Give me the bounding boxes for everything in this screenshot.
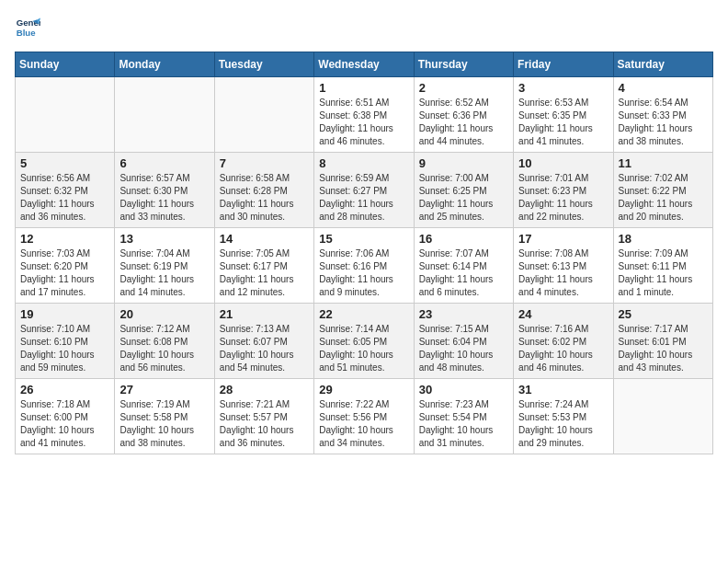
calendar-cell xyxy=(115,77,214,153)
day-number: 31 xyxy=(518,383,608,396)
calendar-cell: 29Sunrise: 7:22 AM Sunset: 5:56 PM Dayli… xyxy=(314,379,414,454)
svg-text:Blue: Blue xyxy=(17,28,36,38)
day-number: 12 xyxy=(20,232,109,246)
calendar-week-row: 5Sunrise: 6:56 AM Sunset: 6:32 PM Daylig… xyxy=(16,153,713,228)
calendar-cell: 19Sunrise: 7:10 AM Sunset: 6:10 PM Dayli… xyxy=(16,304,115,379)
day-info: Sunrise: 7:16 AM Sunset: 6:02 PM Dayligh… xyxy=(518,323,608,374)
day-number: 1 xyxy=(319,81,408,95)
day-number: 14 xyxy=(220,232,309,246)
day-info: Sunrise: 7:14 AM Sunset: 6:05 PM Dayligh… xyxy=(319,323,408,374)
day-info: Sunrise: 7:12 AM Sunset: 6:08 PM Dayligh… xyxy=(119,323,209,374)
day-number: 16 xyxy=(419,232,508,246)
day-info: Sunrise: 6:52 AM Sunset: 6:36 PM Dayligh… xyxy=(419,97,508,148)
day-number: 15 xyxy=(319,232,408,246)
calendar-cell: 17Sunrise: 7:08 AM Sunset: 6:13 PM Dayli… xyxy=(514,228,613,304)
calendar-cell: 11Sunrise: 7:02 AM Sunset: 6:22 PM Dayli… xyxy=(613,153,712,228)
day-info: Sunrise: 7:01 AM Sunset: 6:23 PM Dayligh… xyxy=(518,172,608,224)
calendar-cell xyxy=(16,77,115,153)
page-header: General Blue xyxy=(15,15,713,40)
calendar-cell: 24Sunrise: 7:16 AM Sunset: 6:02 PM Dayli… xyxy=(514,304,613,379)
calendar-cell: 31Sunrise: 7:24 AM Sunset: 5:53 PM Dayli… xyxy=(514,379,613,454)
day-number: 19 xyxy=(20,307,109,321)
day-number: 17 xyxy=(518,232,608,246)
weekday-header: Tuesday xyxy=(214,52,313,77)
day-number: 13 xyxy=(119,232,209,246)
logo: General Blue xyxy=(15,15,40,40)
calendar-week-row: 26Sunrise: 7:18 AM Sunset: 6:00 PM Dayli… xyxy=(16,379,713,454)
day-number: 29 xyxy=(319,383,408,396)
day-info: Sunrise: 7:23 AM Sunset: 5:54 PM Dayligh… xyxy=(419,398,508,450)
day-info: Sunrise: 6:54 AM Sunset: 6:33 PM Dayligh… xyxy=(619,97,708,148)
day-info: Sunrise: 6:57 AM Sunset: 6:30 PM Dayligh… xyxy=(119,172,209,224)
day-info: Sunrise: 6:56 AM Sunset: 6:32 PM Dayligh… xyxy=(20,172,109,224)
calendar-week-row: 12Sunrise: 7:03 AM Sunset: 6:20 PM Dayli… xyxy=(16,228,713,304)
day-number: 6 xyxy=(119,156,209,170)
calendar-cell: 16Sunrise: 7:07 AM Sunset: 6:14 PM Dayli… xyxy=(414,228,513,304)
calendar-cell: 3Sunrise: 6:53 AM Sunset: 6:35 PM Daylig… xyxy=(514,77,613,153)
weekday-header: Sunday xyxy=(16,52,115,77)
calendar-cell xyxy=(214,77,313,153)
day-number: 23 xyxy=(419,307,508,321)
day-number: 25 xyxy=(619,307,708,321)
calendar-cell: 2Sunrise: 6:52 AM Sunset: 6:36 PM Daylig… xyxy=(414,77,513,153)
day-info: Sunrise: 7:00 AM Sunset: 6:25 PM Dayligh… xyxy=(419,172,508,224)
calendar-cell: 5Sunrise: 6:56 AM Sunset: 6:32 PM Daylig… xyxy=(16,153,115,228)
day-number: 30 xyxy=(419,383,508,396)
day-info: Sunrise: 7:07 AM Sunset: 6:14 PM Dayligh… xyxy=(419,247,508,299)
calendar-cell: 6Sunrise: 6:57 AM Sunset: 6:30 PM Daylig… xyxy=(115,153,214,228)
day-info: Sunrise: 7:04 AM Sunset: 6:19 PM Dayligh… xyxy=(119,247,209,299)
day-info: Sunrise: 7:03 AM Sunset: 6:20 PM Dayligh… xyxy=(20,247,109,299)
calendar-cell: 15Sunrise: 7:06 AM Sunset: 6:16 PM Dayli… xyxy=(314,228,414,304)
calendar-cell: 13Sunrise: 7:04 AM Sunset: 6:19 PM Dayli… xyxy=(115,228,214,304)
day-number: 22 xyxy=(319,307,408,321)
day-info: Sunrise: 7:08 AM Sunset: 6:13 PM Dayligh… xyxy=(518,247,608,299)
day-number: 9 xyxy=(419,156,508,170)
calendar-cell: 18Sunrise: 7:09 AM Sunset: 6:11 PM Dayli… xyxy=(613,228,712,304)
calendar-table: SundayMondayTuesdayWednesdayThursdayFrid… xyxy=(15,52,713,454)
calendar-cell: 12Sunrise: 7:03 AM Sunset: 6:20 PM Dayli… xyxy=(16,228,115,304)
day-info: Sunrise: 7:19 AM Sunset: 5:58 PM Dayligh… xyxy=(119,398,209,450)
weekday-header: Saturday xyxy=(613,52,712,77)
weekday-header: Wednesday xyxy=(314,52,414,77)
day-number: 4 xyxy=(619,81,708,95)
calendar-cell xyxy=(613,379,712,454)
day-number: 3 xyxy=(518,81,608,95)
calendar-week-row: 1Sunrise: 6:51 AM Sunset: 6:38 PM Daylig… xyxy=(16,77,713,153)
calendar-cell: 25Sunrise: 7:17 AM Sunset: 6:01 PM Dayli… xyxy=(613,304,712,379)
calendar-cell: 22Sunrise: 7:14 AM Sunset: 6:05 PM Dayli… xyxy=(314,304,414,379)
weekday-header: Monday xyxy=(115,52,214,77)
calendar-cell: 7Sunrise: 6:58 AM Sunset: 6:28 PM Daylig… xyxy=(214,153,313,228)
day-number: 24 xyxy=(518,307,608,321)
day-info: Sunrise: 7:17 AM Sunset: 6:01 PM Dayligh… xyxy=(619,323,708,374)
day-info: Sunrise: 7:18 AM Sunset: 6:00 PM Dayligh… xyxy=(20,398,109,450)
day-info: Sunrise: 7:24 AM Sunset: 5:53 PM Dayligh… xyxy=(518,398,608,450)
day-info: Sunrise: 6:59 AM Sunset: 6:27 PM Dayligh… xyxy=(319,172,408,224)
day-info: Sunrise: 7:05 AM Sunset: 6:17 PM Dayligh… xyxy=(220,247,309,299)
day-number: 7 xyxy=(220,156,309,170)
day-number: 2 xyxy=(419,81,508,95)
day-number: 21 xyxy=(220,307,309,321)
day-info: Sunrise: 7:15 AM Sunset: 6:04 PM Dayligh… xyxy=(419,323,508,374)
day-info: Sunrise: 6:51 AM Sunset: 6:38 PM Dayligh… xyxy=(319,97,408,148)
day-info: Sunrise: 7:02 AM Sunset: 6:22 PM Dayligh… xyxy=(619,172,708,224)
weekday-header: Thursday xyxy=(414,52,513,77)
day-info: Sunrise: 7:10 AM Sunset: 6:10 PM Dayligh… xyxy=(20,323,109,374)
day-number: 28 xyxy=(220,383,309,396)
day-number: 8 xyxy=(319,156,408,170)
day-info: Sunrise: 7:22 AM Sunset: 5:56 PM Dayligh… xyxy=(319,398,408,450)
day-info: Sunrise: 7:13 AM Sunset: 6:07 PM Dayligh… xyxy=(220,323,309,374)
calendar-cell: 1Sunrise: 6:51 AM Sunset: 6:38 PM Daylig… xyxy=(314,77,414,153)
weekday-header: Friday xyxy=(514,52,613,77)
day-number: 26 xyxy=(20,383,109,396)
day-info: Sunrise: 7:21 AM Sunset: 5:57 PM Dayligh… xyxy=(220,398,309,450)
day-number: 20 xyxy=(119,307,209,321)
calendar-cell: 9Sunrise: 7:00 AM Sunset: 6:25 PM Daylig… xyxy=(414,153,513,228)
calendar-cell: 21Sunrise: 7:13 AM Sunset: 6:07 PM Dayli… xyxy=(214,304,313,379)
logo-icon: General Blue xyxy=(15,15,40,40)
day-info: Sunrise: 6:53 AM Sunset: 6:35 PM Dayligh… xyxy=(518,97,608,148)
calendar-cell: 30Sunrise: 7:23 AM Sunset: 5:54 PM Dayli… xyxy=(414,379,513,454)
day-number: 11 xyxy=(619,156,708,170)
day-number: 18 xyxy=(619,232,708,246)
day-info: Sunrise: 6:58 AM Sunset: 6:28 PM Dayligh… xyxy=(220,172,309,224)
calendar-cell: 20Sunrise: 7:12 AM Sunset: 6:08 PM Dayli… xyxy=(115,304,214,379)
